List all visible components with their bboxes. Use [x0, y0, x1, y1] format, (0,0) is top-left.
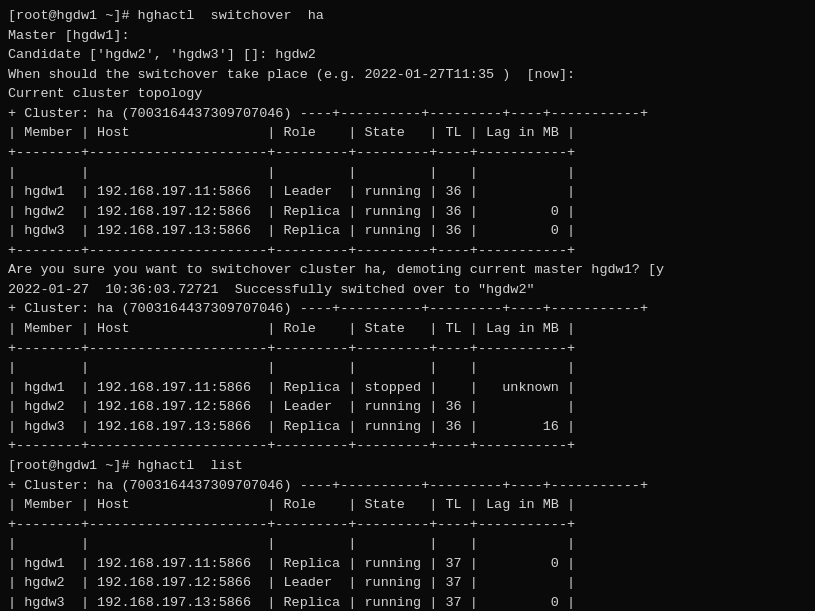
terminal-line: | Member | Host | Role | State | TL | La… [8, 319, 807, 339]
terminal-line: | hgdw2 | 192.168.197.12:5866 | Leader |… [8, 397, 807, 417]
terminal-line: | hgdw3 | 192.168.197.13:5866 | Replica … [8, 417, 807, 437]
terminal-line: | hgdw1 | 192.168.197.11:5866 | Leader |… [8, 182, 807, 202]
terminal-line: | Member | Host | Role | State | TL | La… [8, 495, 807, 515]
terminal-line: | Member | Host | Role | State | TL | La… [8, 123, 807, 143]
terminal-line: +--------+----------------------+-------… [8, 515, 807, 535]
terminal-line: | hgdw1 | 192.168.197.11:5866 | Replica … [8, 554, 807, 574]
terminal-line: When should the switchover take place (e… [8, 65, 807, 85]
terminal-line: + Cluster: ha (7003164437309707046) ----… [8, 299, 807, 319]
terminal-line: Are you sure you want to switchover clus… [8, 260, 807, 280]
terminal-line: [root@hgdw1 ~]# hghactl switchover ha [8, 6, 807, 26]
terminal-line: Candidate ['hgdw2', 'hgdw3'] []: hgdw2 [8, 45, 807, 65]
terminal-line: | | | | | | | [8, 534, 807, 554]
terminal-line: +--------+----------------------+-------… [8, 339, 807, 359]
terminal-line: +--------+----------------------+-------… [8, 241, 807, 261]
terminal-line: 2022-01-27 10:36:03.72721 Successfully s… [8, 280, 807, 300]
terminal-line: Master [hgdw1]: [8, 26, 807, 46]
terminal-line: + Cluster: ha (7003164437309707046) ----… [8, 476, 807, 496]
terminal: [root@hgdw1 ~]# hghactl switchover haMas… [8, 6, 807, 611]
terminal-line: +--------+----------------------+-------… [8, 436, 807, 456]
terminal-line: | hgdw3 | 192.168.197.13:5866 | Replica … [8, 593, 807, 611]
terminal-line: +--------+----------------------+-------… [8, 143, 807, 163]
terminal-line: | | | | | | | [8, 163, 807, 183]
terminal-line: | hgdw2 | 192.168.197.12:5866 | Replica … [8, 202, 807, 222]
terminal-line: | hgdw1 | 192.168.197.11:5866 | Replica … [8, 378, 807, 398]
terminal-line: | hgdw2 | 192.168.197.12:5866 | Leader |… [8, 573, 807, 593]
terminal-line: [root@hgdw1 ~]# hghactl list [8, 456, 807, 476]
terminal-line: Current cluster topology [8, 84, 807, 104]
terminal-line: | | | | | | | [8, 358, 807, 378]
terminal-line: | hgdw3 | 192.168.197.13:5866 | Replica … [8, 221, 807, 241]
terminal-line: + Cluster: ha (7003164437309707046) ----… [8, 104, 807, 124]
